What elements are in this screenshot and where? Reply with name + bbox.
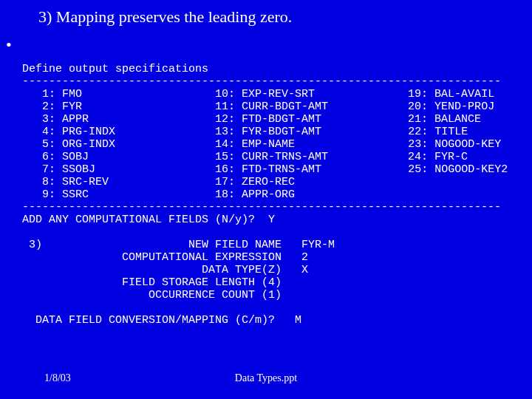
c3-4: 22: TITLE — [408, 126, 468, 138]
c1-4: 4: PRG-INDX — [22, 126, 115, 138]
prompt-conversion-mapping: DATA FIELD CONVERSION/MAPPING (C/m)? M — [35, 314, 301, 327]
slide-title: 3) Mapping preserves the leading zero. — [38, 7, 292, 27]
form-line-1: NEW FIELD NAME FYR-M — [122, 239, 335, 251]
terminal-block: Define output specifications -----------… — [22, 63, 508, 327]
c3-7: 25: NOGOOD-KEY2 — [408, 163, 508, 176]
c3-2: 20: YEND-PROJ — [408, 100, 494, 113]
form-line-2: COMPUTATIONAL EXPRESSION 2 — [122, 251, 308, 264]
bullet-dot: • — [6, 37, 12, 53]
spec-row-2: 2: FYR 11: CURR-BDGT-AMT 20: YEND-PROJ — [22, 100, 494, 113]
spec-row-3: 3: APPR 12: FTD-BDGT-AMT 21: BALANCE — [22, 113, 481, 126]
spec-row-5: 5: ORG-INDX 14: EMP-NAME 23: NOGOOD-KEY — [22, 138, 501, 151]
c1-5: 5: ORG-INDX — [22, 138, 115, 151]
c2-4: 13: FYR-BDGT-AMT — [215, 126, 321, 138]
c2-5: 14: EMP-NAME — [215, 138, 295, 151]
prompt-add-fields: ADD ANY COMPUTATIONAL FIELDS (N/y)? Y — [22, 214, 275, 226]
c1-2: 2: FYR — [22, 100, 82, 113]
define-line: Define output specifications — [22, 63, 208, 75]
c1-8: 8: SRC-REV — [22, 176, 109, 188]
slide: 3) Mapping preserves the leading zero. •… — [0, 0, 532, 399]
form-line-4: FIELD STORAGE LENGTH (4) — [122, 276, 282, 289]
spec-row-9: 9: SSRC 18: APPR-ORG — [22, 188, 295, 201]
c2-7: 16: FTD-TRNS-AMT — [215, 163, 321, 176]
form-line-5: OCCURRENCE COUNT (1) — [122, 289, 282, 301]
c1-9: 9: SSRC — [22, 188, 89, 201]
step-3-marker: 3) — [22, 239, 42, 251]
hr-bottom: ----------------------------------------… — [22, 201, 501, 214]
c2-3: 12: FTD-BDGT-AMT — [215, 113, 321, 126]
footer-filename: Data Types.ppt — [0, 372, 532, 384]
spec-row-6: 6: SOBJ 15: CURR-TRNS-AMT 24: FYR-C — [22, 151, 468, 163]
c1-7: 7: SSOBJ — [22, 163, 95, 176]
spec-row-8: 8: SRC-REV 17: ZERO-REC — [22, 176, 295, 188]
spec-row-1: 1: FMO 10: EXP-REV-SRT 19: BAL-AVAIL — [22, 88, 494, 100]
c2-1: 10: EXP-REV-SRT — [215, 88, 315, 100]
c2-2: 11: CURR-BDGT-AMT — [215, 100, 328, 113]
form-line-3: DATA TYPE(Z) X — [122, 264, 308, 276]
c1-6: 6: SOBJ — [22, 151, 89, 163]
c2-9: 18: APPR-ORG — [215, 188, 295, 201]
c3-1: 19: BAL-AVAIL — [408, 88, 494, 100]
c2-6: 15: CURR-TRNS-AMT — [215, 151, 328, 163]
c3-6: 24: FYR-C — [408, 151, 468, 163]
spec-row-7: 7: SSOBJ 16: FTD-TRNS-AMT 25: NOGOOD-KEY… — [22, 163, 508, 176]
c1-1: 1: FMO — [22, 88, 82, 100]
spec-row-4: 4: PRG-INDX 13: FYR-BDGT-AMT 22: TITLE — [22, 126, 468, 138]
c3-3: 21: BALANCE — [408, 113, 481, 126]
c2-8: 17: ZERO-REC — [215, 176, 295, 188]
hr-top: ----------------------------------------… — [22, 75, 501, 88]
c3-5: 23: NOGOOD-KEY — [408, 138, 501, 151]
c1-3: 3: APPR — [22, 113, 89, 126]
